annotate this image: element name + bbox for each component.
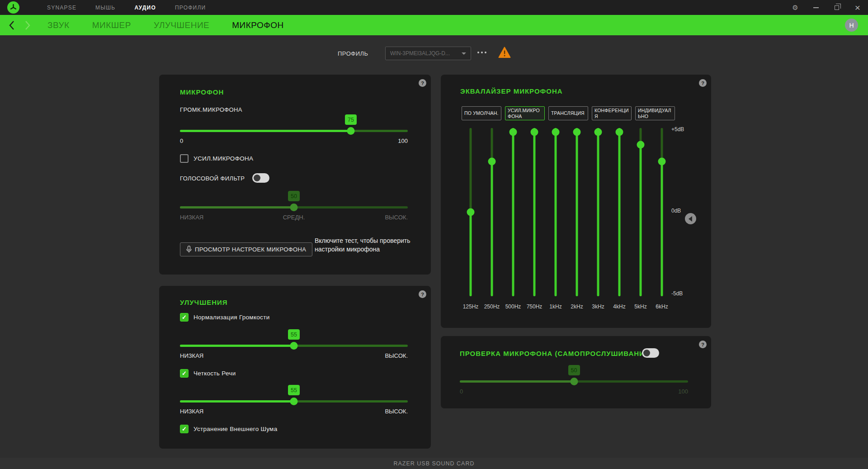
eq-band-thumb[interactable] [488, 158, 496, 166]
eq-band-track-upper [470, 128, 472, 212]
mic-boost-checkbox-row[interactable]: УСИЛ.МИКРОФОНА [180, 154, 253, 163]
enhancements-panel: ? УЛУЧШЕНИЯ ✓ Нормализация Громкости 55Н… [159, 286, 431, 449]
eq-band-thumb[interactable] [531, 128, 538, 136]
checkbox-icon[interactable] [180, 154, 189, 163]
profile-label: ПРОФИЛЬ [338, 50, 368, 57]
close-button[interactable]: × [847, 0, 868, 15]
eq-preset-button[interactable]: ИНДИВИДУАЛЬНО [635, 106, 675, 120]
help-icon[interactable]: ? [419, 79, 426, 87]
device-name: RAZER USB SOUND CARD [393, 460, 474, 467]
eq-band: 250Hz [486, 128, 497, 296]
restore-button[interactable] [826, 0, 847, 15]
collapse-left-button[interactable] [685, 213, 696, 224]
eq-band-track-lower [576, 128, 578, 296]
eq-band-thumb[interactable] [594, 128, 602, 136]
eq-band: 6kHz [656, 128, 667, 296]
slider-labels: НИЗКАЯСРЕДН.ВЫСОК. [180, 214, 408, 221]
slider-value-badge: 55 [288, 385, 300, 395]
eq-band-freq-label: 3kHz [592, 303, 604, 310]
slider-track[interactable] [180, 130, 408, 132]
enhancement-label: Нормализация Громкости [193, 314, 270, 321]
slider-max-label: 100 [398, 137, 408, 144]
navbar-tab[interactable]: ЗВУК [47, 20, 70, 30]
voice-filter-toggle[interactable] [252, 173, 269, 183]
eq-preset-button[interactable]: ПО УМОЛЧАН. [462, 106, 501, 120]
titlebar-menu-item[interactable]: ПРОФИЛИ [175, 5, 206, 11]
navbar-tab[interactable]: УЛУЧШЕНИЕ [154, 20, 209, 30]
slider-max-label: ВЫСОК. [385, 408, 408, 415]
slider-thumb[interactable] [347, 127, 355, 135]
footer-bar: RAZER USB SOUND CARD [0, 458, 868, 469]
minimize-icon [813, 7, 819, 8]
mic-preview-button[interactable]: ПРОСМОТР НАСТРОЕК МИКРОФОНА [180, 242, 312, 256]
slider-value-badge: 50 [568, 365, 580, 375]
help-icon[interactable]: ? [699, 341, 707, 348]
eq-band-freq-label: 2kHz [571, 303, 583, 310]
help-icon[interactable]: ? [419, 290, 426, 298]
eq-band-thumb[interactable] [658, 158, 666, 166]
navbar: ЗВУКМИКШЕРУЛУЧШЕНИЕМИКРОФОН H [0, 15, 868, 35]
checkbox-icon[interactable]: ✓ [180, 425, 189, 433]
forward-button[interactable] [22, 19, 33, 31]
arrow-left-icon [689, 216, 692, 222]
volume-normalization-row[interactable]: ✓ Нормализация Громкости [180, 313, 270, 322]
slider-thumb[interactable] [290, 398, 298, 405]
voice-filter-label: ГОЛОСОВОЙ ФИЛЬТР [180, 175, 245, 182]
eq-band-thumb[interactable] [509, 128, 517, 136]
titlebar-menu-item[interactable]: АУДИО [134, 5, 156, 11]
razer-logo-icon [7, 1, 19, 14]
voice-filter-slider[interactable]: 50НИЗКАЯСРЕДН.ВЫСОК. [180, 191, 408, 223]
slider-thumb[interactable] [290, 342, 298, 350]
profile-dropdown[interactable]: WIN-3PMEI3ALJQG-D... [385, 47, 471, 60]
mic-volume-slider[interactable]: 750100 [180, 114, 408, 146]
profile-more-button[interactable] [477, 52, 486, 53]
eq-band-freq-label: 4kHz [613, 303, 625, 310]
slider-labels: НИЗКАЯВЫСОК. [180, 408, 408, 415]
panel-title: ЭКВАЛАЙЗЕР МИКРОФОНА [460, 87, 563, 95]
slider-value-badge: 55 [288, 329, 300, 340]
avatar[interactable]: H [845, 19, 858, 32]
eq-preset-button[interactable]: КОНФЕРЕНЦИЯ [592, 106, 632, 120]
checkbox-icon[interactable]: ✓ [180, 313, 189, 322]
eq-preset-button[interactable]: УСИЛ.МИКРОФОНА [505, 106, 545, 120]
eq-preset-button[interactable]: ТРАНСЛЯЦИЯ [548, 106, 588, 120]
eq-band-thumb[interactable] [616, 128, 623, 136]
mic-test-toggle[interactable] [642, 348, 659, 358]
slider-min-label: НИЗКАЯ [180, 352, 203, 359]
back-button[interactable] [5, 19, 17, 31]
eq-band: 3kHz [593, 128, 604, 296]
help-icon[interactable]: ? [699, 79, 707, 87]
db-zero-label: 0dB [671, 208, 681, 214]
eq-band-freq-label: 250Hz [484, 303, 500, 310]
slider-min-label: 0 [180, 137, 183, 144]
eq-band-thumb[interactable] [467, 208, 475, 216]
eq-band-track-lower [661, 161, 663, 296]
slider-labels: 0100 [460, 388, 688, 395]
settings-gear-icon[interactable]: ⚙ [785, 0, 806, 15]
toggle-knob [643, 350, 650, 356]
speech-clarity-slider[interactable]: 55НИЗКАЯВЫСОК. [180, 385, 408, 417]
eq-band-thumb[interactable] [552, 128, 560, 136]
speech-clarity-row[interactable]: ✓ Четкость Речи [180, 369, 236, 378]
slider-thumb[interactable] [570, 378, 578, 385]
eq-band-track-lower [470, 212, 472, 296]
navbar-tab[interactable]: МИКРОФОН [232, 20, 284, 30]
microphone-icon [186, 246, 192, 253]
minimize-button[interactable] [806, 0, 826, 15]
checkbox-icon[interactable]: ✓ [180, 369, 189, 378]
chevron-down-icon [462, 52, 466, 55]
eq-band-thumb[interactable] [573, 128, 581, 136]
titlebar-menu-item[interactable]: SYNAPSE [47, 5, 76, 11]
mic-volume-label: ГРОМК.МИКРОФОНА [180, 106, 242, 113]
slider-thumb[interactable] [290, 204, 298, 211]
titlebar-menu-item[interactable]: МЫШЬ [95, 5, 115, 11]
mic-test-slider[interactable]: 500100 [460, 365, 688, 397]
eq-band: 750Hz [529, 128, 540, 296]
navbar-tab[interactable]: МИКШЕР [92, 20, 131, 30]
toggle-knob [254, 175, 260, 181]
eq-band-thumb[interactable] [637, 141, 645, 149]
warning-icon[interactable] [498, 47, 511, 60]
noise-cancellation-row[interactable]: ✓ Устранение Внешнего Шума [180, 425, 277, 433]
volume-normalization-slider[interactable]: 55НИЗКАЯВЫСОК. [180, 329, 408, 361]
titlebar-menu: SYNAPSEМЫШЬАУДИОПРОФИЛИ [47, 0, 206, 15]
